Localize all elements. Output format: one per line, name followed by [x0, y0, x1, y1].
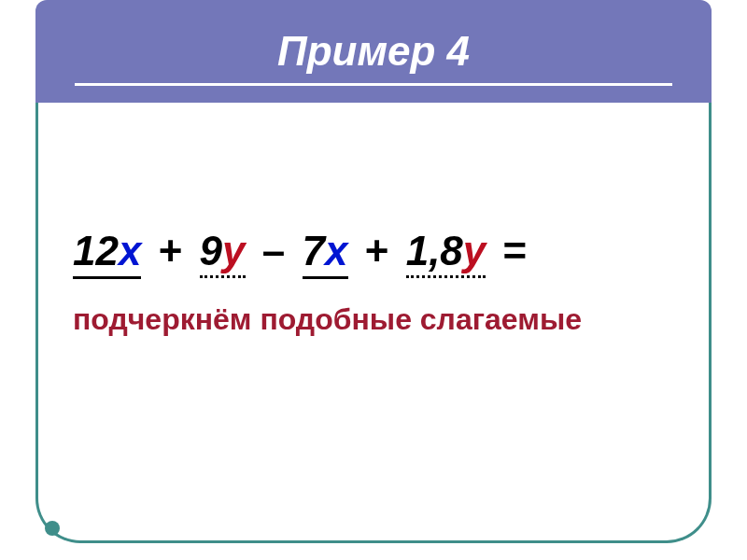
slide-title: Пример 4 — [277, 28, 470, 75]
corner-dot — [45, 521, 60, 536]
slide-header: Пример 4 — [35, 0, 712, 103]
operator-plus-1: + — [159, 228, 183, 273]
operator-minus: – — [262, 228, 285, 273]
equals-sign: = — [503, 228, 528, 273]
title-underline — [75, 83, 672, 86]
operator-plus-2: + — [365, 228, 389, 273]
instruction-text: подчеркнём подобные слагаемые — [73, 302, 582, 337]
math-expression: 12х + 9у – 7х + 1,8у = — [73, 228, 532, 279]
term-12x: 12х — [73, 228, 141, 279]
term-7x: 7х — [303, 228, 348, 279]
term-1-8y: 1,8у — [406, 228, 486, 274]
term-9y: 9у — [200, 228, 246, 274]
